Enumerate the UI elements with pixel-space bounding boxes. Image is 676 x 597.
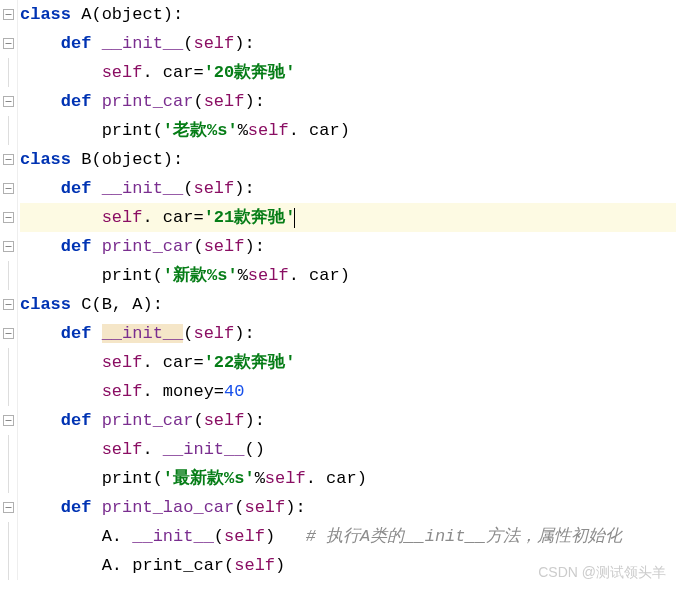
- token-call: print: [102, 121, 153, 140]
- token-self: self: [193, 324, 234, 343]
- token-op: (: [91, 295, 101, 314]
- fold-guide-icon: [0, 377, 18, 406]
- code-area[interactable]: class A(object): def __init__(self): sel…: [18, 0, 676, 597]
- token-str: '老款%s': [163, 121, 238, 140]
- fold-toggle-icon[interactable]: [0, 174, 18, 203]
- code-line[interactable]: def print_lao_car(self):: [20, 493, 676, 522]
- fold-toggle-icon[interactable]: [0, 87, 18, 116]
- token-op: ):: [244, 237, 264, 256]
- code-line[interactable]: self. car='22款奔驰': [20, 348, 676, 377]
- token-kw: class: [20, 295, 81, 314]
- code-line[interactable]: class C(B, A):: [20, 290, 676, 319]
- fold-toggle-icon[interactable]: [0, 319, 18, 348]
- token-op: (: [193, 92, 203, 111]
- code-line[interactable]: print('老款%s'%self. car): [20, 116, 676, 145]
- token-cls: A: [102, 527, 112, 546]
- token-def: def: [61, 324, 102, 343]
- code-line[interactable]: def print_car(self):: [20, 232, 676, 261]
- token-op: ):: [142, 295, 162, 314]
- token-self: self: [244, 498, 285, 517]
- code-line[interactable]: A. print_car(self): [20, 551, 676, 580]
- token-op: (: [214, 527, 224, 546]
- code-line[interactable]: self. __init__(): [20, 435, 676, 464]
- code-line[interactable]: def __init__(self):: [20, 174, 676, 203]
- token-self: self: [204, 237, 245, 256]
- fold-guide-icon: [0, 551, 18, 580]
- code-line[interactable]: self. car='20款奔驰': [20, 58, 676, 87]
- fold-toggle-icon[interactable]: [0, 406, 18, 435]
- code-line[interactable]: print('最新款%s'%self. car): [20, 464, 676, 493]
- token-cls: C: [81, 295, 91, 314]
- token-self: self: [204, 92, 245, 111]
- token-op: ,: [112, 295, 132, 314]
- token-fn: __init__: [102, 179, 184, 198]
- token-op: (: [91, 5, 101, 24]
- token-op: (: [153, 266, 163, 285]
- fold-toggle-icon[interactable]: [0, 493, 18, 522]
- token-str: '新款%s': [163, 266, 238, 285]
- token-cls: object: [102, 150, 163, 169]
- token-op: (: [153, 121, 163, 140]
- fold-toggle-icon[interactable]: [0, 203, 18, 232]
- token-op: .: [112, 527, 132, 546]
- code-line[interactable]: self. money=40: [20, 377, 676, 406]
- token-fn: print_car: [102, 92, 194, 111]
- token-fn: __init__: [132, 527, 214, 546]
- code-line[interactable]: A. __init__(self) # 执行A类的__init__方法，属性初始…: [20, 522, 676, 551]
- fold-toggle-icon[interactable]: [0, 145, 18, 174]
- token-fn: print_lao_car: [102, 498, 235, 517]
- token-op: .: [142, 440, 162, 459]
- fold-toggle-icon[interactable]: [0, 0, 18, 29]
- token-op: (: [234, 498, 244, 517]
- token-op: ):: [285, 498, 305, 517]
- token-self: self: [265, 469, 306, 488]
- fold-toggle-icon[interactable]: [0, 290, 18, 319]
- code-line[interactable]: print('新款%s'%self. car): [20, 261, 676, 290]
- token-self: self: [248, 266, 289, 285]
- code-line[interactable]: class B(object):: [20, 145, 676, 174]
- token-kw: class: [20, 5, 81, 24]
- token-op: ):: [234, 324, 254, 343]
- token-self: self: [234, 556, 275, 575]
- token-op: (: [91, 150, 101, 169]
- fold-guide-icon: [0, 261, 18, 290]
- token-def: def: [61, 34, 102, 53]
- token-def: def: [61, 498, 102, 517]
- token-str: '22款奔驰': [204, 353, 296, 372]
- token-kw: class: [20, 150, 81, 169]
- fold-toggle-icon[interactable]: [0, 29, 18, 58]
- token-fn: print_car: [102, 411, 194, 430]
- code-line[interactable]: class A(object):: [20, 0, 676, 29]
- token-call: print: [102, 266, 153, 285]
- token-op: ):: [244, 411, 264, 430]
- code-line[interactable]: def print_car(self):: [20, 87, 676, 116]
- token-fn: __init__: [102, 34, 184, 53]
- code-line[interactable]: self. car='21款奔驰': [20, 203, 676, 232]
- token-op: (: [193, 237, 203, 256]
- token-cls: A: [81, 5, 91, 24]
- token-op: . car): [306, 469, 367, 488]
- token-cls: object: [102, 5, 163, 24]
- token-op: (: [183, 179, 193, 198]
- code-line[interactable]: def __init__(self):: [20, 29, 676, 58]
- token-fn: __init__: [163, 440, 245, 459]
- token-self: self: [248, 121, 289, 140]
- token-op: . money=: [142, 382, 224, 401]
- code-line[interactable]: def __init__(self):: [20, 319, 676, 348]
- fold-guide-icon: [0, 435, 18, 464]
- token-cls: B: [102, 295, 112, 314]
- fold-toggle-icon[interactable]: [0, 232, 18, 261]
- token-op: %: [255, 469, 265, 488]
- code-line[interactable]: def print_car(self):: [20, 406, 676, 435]
- fold-guide-icon: [0, 522, 18, 551]
- token-op: (): [244, 440, 264, 459]
- fold-guide-icon: [0, 116, 18, 145]
- token-self: self: [102, 208, 143, 227]
- token-op: ):: [163, 5, 183, 24]
- token-op: ):: [163, 150, 183, 169]
- token-op: ): [275, 556, 285, 575]
- token-op: . car=: [142, 63, 203, 82]
- token-str: '最新款%s': [163, 469, 255, 488]
- token-op: . car=: [142, 208, 203, 227]
- token-def: def: [61, 411, 102, 430]
